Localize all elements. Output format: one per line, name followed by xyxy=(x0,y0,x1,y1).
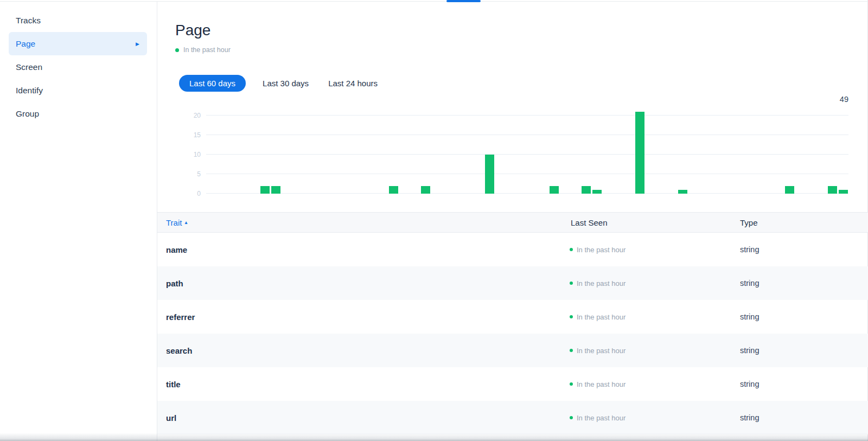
column-header-label: Type xyxy=(740,218,758,227)
trait-type: string xyxy=(740,401,759,434)
chart-gridline xyxy=(206,135,848,135)
y-axis-tick-label: 5 xyxy=(174,171,201,177)
column-header-type[interactable]: Type xyxy=(740,213,758,232)
y-axis-tick-label: 10 xyxy=(174,151,201,158)
last-seen-cell: In the past hour xyxy=(570,233,626,266)
last-seen-text: In the past hour xyxy=(577,380,626,388)
sidebar-item-identify[interactable]: Identify xyxy=(0,79,157,102)
trait-name: url xyxy=(166,401,176,434)
chart-gridline xyxy=(206,115,848,116)
last-seen-cell: In the past hour xyxy=(570,266,626,300)
last-seen-dot-icon xyxy=(570,248,573,251)
last-seen-text: In the past hour xyxy=(577,313,626,321)
trait-name: name xyxy=(166,233,187,266)
trait-type: string xyxy=(740,334,759,367)
table-row-search[interactable]: searchIn the past hourstring xyxy=(157,334,868,367)
status-text: In the past hour xyxy=(183,46,231,54)
app-root: TracksPage▶ScreenIdentifyGroup Page In t… xyxy=(0,0,868,441)
status-dot-icon xyxy=(175,48,179,52)
column-header-trait[interactable]: Trait▴ xyxy=(166,213,187,232)
trait-name: referrer xyxy=(166,300,195,334)
last-seen-cell: In the past hour xyxy=(570,300,626,334)
sidebar-item-tracks[interactable]: Tracks xyxy=(0,9,157,32)
chart-bar-day-35 xyxy=(582,186,591,194)
table-row-title[interactable]: titleIn the past hourstring xyxy=(157,367,868,401)
chart-gridline xyxy=(206,154,848,155)
bottom-shadow xyxy=(0,433,868,441)
chart-bar-day-6 xyxy=(271,186,280,194)
page-status: In the past hour xyxy=(175,46,231,54)
filter-last-60-days[interactable]: Last 60 days xyxy=(179,75,246,92)
column-header-label: Trait xyxy=(166,218,182,227)
page-title: Page xyxy=(175,21,210,40)
chart-bar-day-26 xyxy=(485,155,494,194)
sidebar-item-label: Tracks xyxy=(16,16,41,25)
trait-name: title xyxy=(166,367,181,401)
chart-bar-day-44 xyxy=(678,190,687,194)
chart-gridline xyxy=(206,174,848,174)
sidebar-item-label: Page xyxy=(16,39,35,49)
last-seen-dot-icon xyxy=(570,382,573,386)
column-header-last-seen[interactable]: Last Seen xyxy=(571,213,608,232)
last-seen-dot-icon xyxy=(570,349,573,352)
last-seen-text: In the past hour xyxy=(577,414,626,422)
last-seen-dot-icon xyxy=(570,315,573,318)
time-range-filters: Last 60 daysLast 30 daysLast 24 hours xyxy=(179,75,394,92)
last-seen-text: In the past hour xyxy=(577,347,626,355)
table-row-referrer[interactable]: referrerIn the past hourstring xyxy=(157,300,868,334)
sidebar-item-label: Identify xyxy=(16,86,43,95)
y-axis-tick-label: 15 xyxy=(174,132,201,138)
chart-bar-day-20 xyxy=(421,186,430,194)
chart-bar-day-40 xyxy=(635,112,644,194)
filter-last-30-days[interactable]: Last 30 days xyxy=(260,75,311,92)
trait-name: search xyxy=(166,334,192,367)
chart-bar-day-5 xyxy=(260,186,270,194)
last-seen-cell: In the past hour xyxy=(570,334,626,367)
chart-bar-day-54 xyxy=(785,186,794,194)
trait-type: string xyxy=(740,300,759,334)
last-seen-dot-icon xyxy=(570,282,573,285)
sidebar-item-group[interactable]: Group xyxy=(0,102,157,125)
chart-gridline xyxy=(206,193,848,194)
sidebar: TracksPage▶ScreenIdentifyGroup xyxy=(0,2,157,441)
table-header: Trait▴Last SeenType xyxy=(157,212,868,233)
last-seen-dot-icon xyxy=(570,416,573,419)
y-axis-tick-label: 0 xyxy=(174,190,201,197)
sidebar-item-label: Group xyxy=(16,109,39,119)
sort-ascending-icon: ▴ xyxy=(184,220,187,225)
bar-chart: 49 05101520 xyxy=(206,107,848,194)
chart-bar-day-17 xyxy=(389,186,398,194)
table-row-path[interactable]: pathIn the past hourstring xyxy=(157,266,868,300)
last-seen-cell: In the past hour xyxy=(570,401,626,434)
chevron-right-icon: ▶ xyxy=(136,41,139,46)
chart-total-label: 49 xyxy=(840,95,848,104)
last-seen-text: In the past hour xyxy=(577,279,626,287)
trait-type: string xyxy=(740,367,759,401)
sidebar-item-page[interactable]: Page▶ xyxy=(9,32,147,55)
y-axis-tick-label: 20 xyxy=(174,112,201,119)
sidebar-nav: TracksPage▶ScreenIdentifyGroup xyxy=(0,9,157,125)
column-header-label: Last Seen xyxy=(571,218,608,227)
table-row-name[interactable]: nameIn the past hourstring xyxy=(157,233,868,266)
chart-bar-day-36 xyxy=(592,190,602,194)
trait-type: string xyxy=(740,233,759,266)
last-seen-text: In the past hour xyxy=(577,246,626,254)
chart-bar-day-58 xyxy=(828,186,837,194)
table-body: nameIn the past hourstringpathIn the pas… xyxy=(157,233,868,434)
main-content: Page In the past hour Last 60 daysLast 3… xyxy=(157,2,868,441)
trait-type: string xyxy=(740,266,759,300)
last-seen-cell: In the past hour xyxy=(570,367,626,401)
table-row-url[interactable]: urlIn the past hourstring xyxy=(157,401,868,434)
chart-bar-day-59 xyxy=(839,190,848,194)
sidebar-item-screen[interactable]: Screen xyxy=(0,55,157,79)
trait-name: path xyxy=(166,266,183,300)
sidebar-item-label: Screen xyxy=(16,62,42,72)
chart-bar-day-32 xyxy=(550,186,559,194)
filter-last-24-hours[interactable]: Last 24 hours xyxy=(326,75,380,92)
